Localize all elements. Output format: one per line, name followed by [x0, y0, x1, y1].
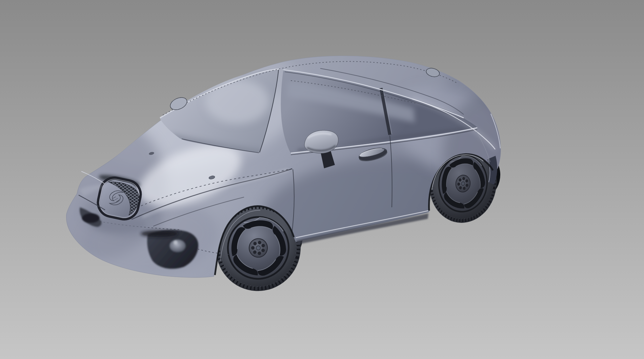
3d-viewport[interactable]: [0, 0, 644, 359]
car-render: [0, 0, 644, 359]
fog-lamp: [169, 239, 186, 252]
fog-lamp-highlight: [174, 240, 178, 245]
intake-lip-shadow: [141, 230, 178, 237]
